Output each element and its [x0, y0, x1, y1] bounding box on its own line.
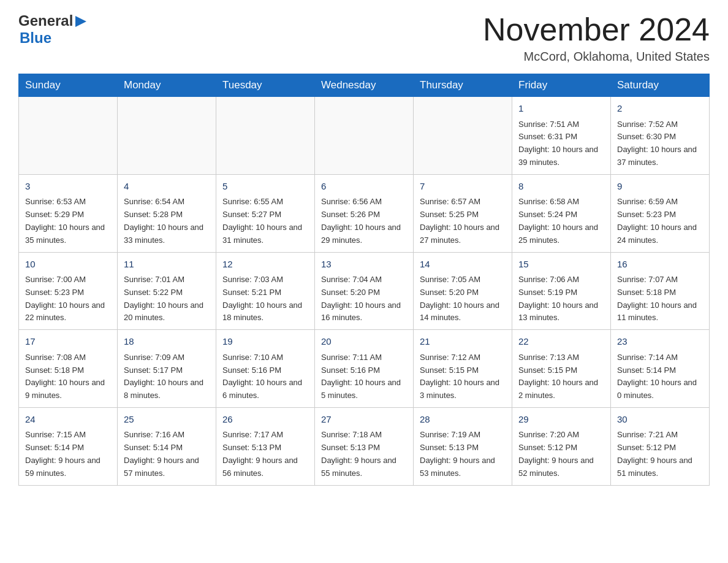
day-number: 18 — [124, 335, 210, 349]
calendar-header-wednesday: Wednesday — [315, 74, 414, 97]
day-info: Sunrise: 6:55 AM Sunset: 5:27 PM Dayligh… — [222, 196, 308, 247]
calendar-day-cell: 5Sunrise: 6:55 AM Sunset: 5:27 PM Daylig… — [216, 174, 315, 252]
day-info: Sunrise: 7:08 AM Sunset: 5:18 PM Dayligh… — [25, 351, 111, 402]
calendar-header-friday: Friday — [512, 74, 611, 97]
day-info: Sunrise: 7:21 AM Sunset: 5:12 PM Dayligh… — [617, 429, 703, 480]
calendar-day-cell: 30Sunrise: 7:21 AM Sunset: 5:12 PM Dayli… — [611, 407, 710, 485]
day-number: 28 — [420, 413, 506, 427]
calendar-week-row: 24Sunrise: 7:15 AM Sunset: 5:14 PM Dayli… — [19, 407, 710, 485]
day-number: 13 — [321, 258, 407, 272]
calendar-header-saturday: Saturday — [611, 74, 710, 97]
calendar-day-cell: 10Sunrise: 7:00 AM Sunset: 5:23 PM Dayli… — [19, 252, 118, 330]
day-number: 22 — [518, 335, 604, 349]
day-info: Sunrise: 6:59 AM Sunset: 5:23 PM Dayligh… — [617, 196, 703, 247]
calendar-week-row: 1Sunrise: 7:51 AM Sunset: 6:31 PM Daylig… — [19, 97, 710, 175]
calendar-day-cell: 2Sunrise: 7:52 AM Sunset: 6:30 PM Daylig… — [611, 97, 710, 175]
calendar-day-cell: 8Sunrise: 6:58 AM Sunset: 5:24 PM Daylig… — [512, 174, 611, 252]
day-info: Sunrise: 7:00 AM Sunset: 5:23 PM Dayligh… — [25, 274, 111, 324]
calendar-day-cell: 27Sunrise: 7:18 AM Sunset: 5:13 PM Dayli… — [315, 407, 414, 485]
calendar-day-cell — [216, 97, 315, 175]
day-number: 30 — [617, 413, 703, 427]
day-info: Sunrise: 6:57 AM Sunset: 5:25 PM Dayligh… — [420, 196, 506, 247]
day-info: Sunrise: 7:04 AM Sunset: 5:20 PM Dayligh… — [321, 274, 407, 324]
day-info: Sunrise: 7:12 AM Sunset: 5:15 PM Dayligh… — [420, 351, 506, 402]
calendar-day-cell: 22Sunrise: 7:13 AM Sunset: 5:15 PM Dayli… — [512, 330, 611, 408]
day-info: Sunrise: 7:01 AM Sunset: 5:22 PM Dayligh… — [124, 274, 210, 324]
title-section: November 2024 McCord, Oklahoma, United S… — [483, 12, 710, 64]
day-number: 12 — [222, 258, 308, 272]
day-number: 29 — [518, 413, 604, 427]
day-info: Sunrise: 7:05 AM Sunset: 5:20 PM Dayligh… — [420, 274, 506, 324]
calendar-day-cell: 4Sunrise: 6:54 AM Sunset: 5:28 PM Daylig… — [118, 174, 216, 252]
day-number: 8 — [518, 180, 604, 194]
calendar-week-row: 17Sunrise: 7:08 AM Sunset: 5:18 PM Dayli… — [19, 330, 710, 408]
calendar-day-cell: 29Sunrise: 7:20 AM Sunset: 5:12 PM Dayli… — [512, 407, 611, 485]
day-info: Sunrise: 7:16 AM Sunset: 5:14 PM Dayligh… — [124, 429, 210, 480]
location: McCord, Oklahoma, United States — [483, 50, 710, 64]
day-info: Sunrise: 7:13 AM Sunset: 5:15 PM Dayligh… — [518, 351, 604, 402]
day-number: 19 — [222, 335, 308, 349]
day-number: 2 — [617, 102, 703, 116]
day-info: Sunrise: 7:20 AM Sunset: 5:12 PM Dayligh… — [518, 429, 604, 480]
logo: General Blue — [18, 12, 88, 47]
calendar-day-cell: 1Sunrise: 7:51 AM Sunset: 6:31 PM Daylig… — [512, 97, 611, 175]
day-number: 1 — [518, 102, 604, 116]
day-info: Sunrise: 7:52 AM Sunset: 6:30 PM Dayligh… — [617, 118, 703, 169]
day-number: 3 — [25, 180, 111, 194]
day-number: 9 — [617, 180, 703, 194]
calendar-day-cell: 25Sunrise: 7:16 AM Sunset: 5:14 PM Dayli… — [118, 407, 216, 485]
calendar-day-cell: 13Sunrise: 7:04 AM Sunset: 5:20 PM Dayli… — [315, 252, 414, 330]
day-info: Sunrise: 6:56 AM Sunset: 5:26 PM Dayligh… — [321, 196, 407, 247]
day-number: 26 — [222, 413, 308, 427]
day-info: Sunrise: 7:03 AM Sunset: 5:21 PM Dayligh… — [222, 274, 308, 324]
day-number: 4 — [124, 180, 210, 194]
day-info: Sunrise: 7:06 AM Sunset: 5:19 PM Dayligh… — [518, 274, 604, 324]
calendar-day-cell: 16Sunrise: 7:07 AM Sunset: 5:18 PM Dayli… — [611, 252, 710, 330]
day-number: 16 — [617, 258, 703, 272]
calendar-header-tuesday: Tuesday — [216, 74, 315, 97]
calendar-week-row: 10Sunrise: 7:00 AM Sunset: 5:23 PM Dayli… — [19, 252, 710, 330]
logo-triangle-icon — [75, 15, 88, 28]
day-number: 7 — [420, 180, 506, 194]
logo-general-text: General — [18, 12, 73, 29]
calendar-day-cell: 3Sunrise: 6:53 AM Sunset: 5:29 PM Daylig… — [19, 174, 118, 252]
calendar-day-cell: 18Sunrise: 7:09 AM Sunset: 5:17 PM Dayli… — [118, 330, 216, 408]
calendar-week-row: 3Sunrise: 6:53 AM Sunset: 5:29 PM Daylig… — [19, 174, 710, 252]
day-number: 20 — [321, 335, 407, 349]
calendar-header-monday: Monday — [118, 74, 216, 97]
day-info: Sunrise: 7:14 AM Sunset: 5:14 PM Dayligh… — [617, 351, 703, 402]
calendar-table: SundayMondayTuesdayWednesdayThursdayFrid… — [18, 74, 710, 485]
day-number: 27 — [321, 413, 407, 427]
day-info: Sunrise: 7:11 AM Sunset: 5:16 PM Dayligh… — [321, 351, 407, 402]
calendar-day-cell: 23Sunrise: 7:14 AM Sunset: 5:14 PM Dayli… — [611, 330, 710, 408]
calendar-day-cell — [118, 97, 216, 175]
calendar-day-cell: 7Sunrise: 6:57 AM Sunset: 5:25 PM Daylig… — [414, 174, 512, 252]
calendar-day-cell: 6Sunrise: 6:56 AM Sunset: 5:26 PM Daylig… — [315, 174, 414, 252]
day-number: 14 — [420, 258, 506, 272]
calendar-day-cell — [414, 97, 512, 175]
day-number: 5 — [222, 180, 308, 194]
calendar-day-cell: 19Sunrise: 7:10 AM Sunset: 5:16 PM Dayli… — [216, 330, 315, 408]
day-info: Sunrise: 7:09 AM Sunset: 5:17 PM Dayligh… — [124, 351, 210, 402]
calendar-day-cell — [19, 97, 118, 175]
calendar-day-cell: 17Sunrise: 7:08 AM Sunset: 5:18 PM Dayli… — [19, 330, 118, 408]
calendar-day-cell: 14Sunrise: 7:05 AM Sunset: 5:20 PM Dayli… — [414, 252, 512, 330]
calendar-day-cell: 20Sunrise: 7:11 AM Sunset: 5:16 PM Dayli… — [315, 330, 414, 408]
calendar-day-cell: 26Sunrise: 7:17 AM Sunset: 5:13 PM Dayli… — [216, 407, 315, 485]
calendar-day-cell: 28Sunrise: 7:19 AM Sunset: 5:13 PM Dayli… — [414, 407, 512, 485]
day-number: 23 — [617, 335, 703, 349]
calendar-day-cell — [315, 97, 414, 175]
day-number: 10 — [25, 258, 111, 272]
day-info: Sunrise: 7:10 AM Sunset: 5:16 PM Dayligh… — [222, 351, 308, 402]
calendar-header-thursday: Thursday — [414, 74, 512, 97]
calendar-day-cell: 21Sunrise: 7:12 AM Sunset: 5:15 PM Dayli… — [414, 330, 512, 408]
day-info: Sunrise: 6:58 AM Sunset: 5:24 PM Dayligh… — [518, 196, 604, 247]
day-number: 11 — [124, 258, 210, 272]
day-info: Sunrise: 6:53 AM Sunset: 5:29 PM Dayligh… — [25, 196, 111, 247]
calendar-day-cell: 24Sunrise: 7:15 AM Sunset: 5:14 PM Dayli… — [19, 407, 118, 485]
calendar-day-cell: 9Sunrise: 6:59 AM Sunset: 5:23 PM Daylig… — [611, 174, 710, 252]
day-number: 17 — [25, 335, 111, 349]
day-info: Sunrise: 7:17 AM Sunset: 5:13 PM Dayligh… — [222, 429, 308, 480]
page-header: General Blue November 2024 McCord, Oklah… — [18, 12, 710, 64]
day-number: 15 — [518, 258, 604, 272]
